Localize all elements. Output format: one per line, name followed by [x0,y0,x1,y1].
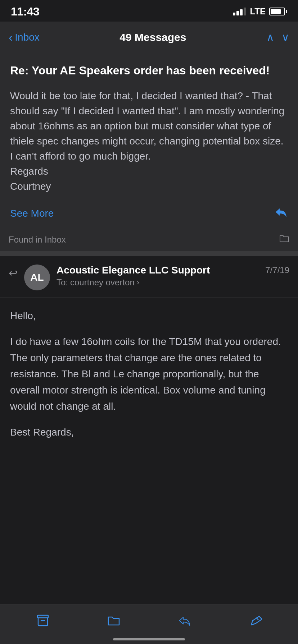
nav-title: 49 Messages [119,31,186,43]
email-footer-row: See More [10,201,288,221]
status-bar: 11:43 LTE [0,0,298,22]
email-sign-off: Best Regards, [10,424,288,441]
found-in-row: Found in Inbox [0,228,298,252]
section-divider [0,252,298,256]
home-indicator [113,638,185,640]
status-icons: LTE [233,6,287,17]
archive-button[interactable] [36,614,49,627]
reply-icon[interactable] [274,206,288,221]
sender-to-row[interactable]: To: courtney overton › [57,277,289,288]
to-expand-chevron-icon[interactable]: › [137,278,139,287]
lte-label: LTE [250,6,266,17]
email-date: 7/7/19 [265,265,289,275]
signal-bars-icon [233,8,246,15]
back-chevron-icon: ‹ [9,30,13,44]
svg-rect-0 [37,615,48,618]
next-message-button[interactable]: ∨ [281,31,289,43]
to-label: To: [57,277,68,288]
sender-row: ↩ AL Acoustic Elegance LLC Support 7/7/1… [0,256,298,298]
reply-indicator-icon: ↩ [9,267,18,279]
prev-message-button[interactable]: ∧ [266,31,274,43]
email-body-preview: Would it be too late for that, I decided… [10,88,288,194]
battery-icon [269,8,287,15]
email-body: Hello, I do have a few 16ohm coils for t… [0,298,298,487]
email-body-text: Hello, I do have a few 16ohm coils for t… [10,308,288,441]
reply-button[interactable] [178,614,191,627]
sender-name: Acoustic Elegance LLC Support [57,264,210,276]
back-button[interactable]: ‹ Inbox [9,30,40,44]
to-name: courtney overton [70,277,135,288]
email-subject: Re: Your AE Speakers order has been rece… [10,63,288,78]
folder-button[interactable] [107,614,120,627]
email-preview-section: Re: Your AE Speakers order has been rece… [0,53,298,228]
avatar: AL [24,264,50,290]
nav-bar: ‹ Inbox 49 Messages ∧ ∨ [0,22,298,53]
email-message-section: ↩ AL Acoustic Elegance LLC Support 7/7/1… [0,256,298,487]
email-body-paragraph: I do have a few 16ohm coils for the TD15… [10,334,288,414]
status-time: 11:43 [11,5,39,18]
folder-small-icon [279,234,289,245]
nav-arrows: ∧ ∨ [266,31,289,43]
back-label: Inbox [15,32,40,43]
compose-button[interactable] [249,614,262,627]
sender-info: Acoustic Elegance LLC Support 7/7/19 To:… [57,264,289,288]
email-greeting: Hello, [10,308,288,324]
found-in-label: Found in Inbox [9,235,66,245]
see-more-link[interactable]: See More [10,208,54,219]
avatar-initials: AL [30,272,44,283]
sender-name-row: Acoustic Elegance LLC Support 7/7/19 [57,264,289,276]
